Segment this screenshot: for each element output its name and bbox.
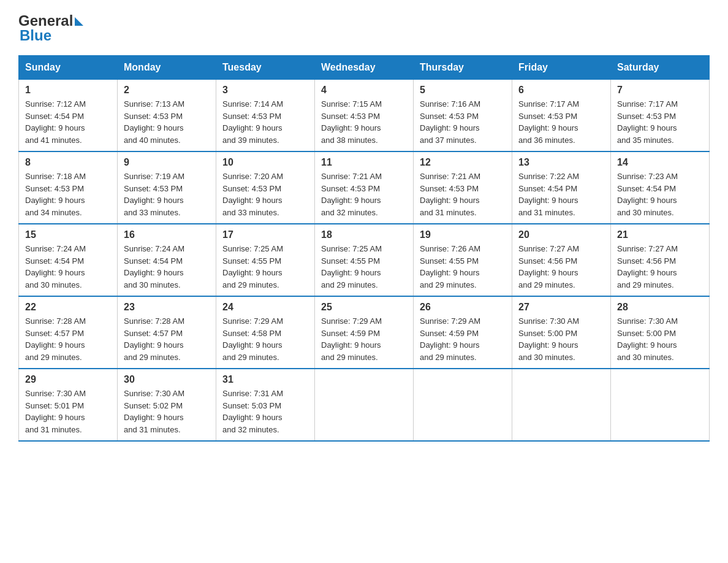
calendar-cell (414, 369, 512, 441)
day-number: 7 (617, 85, 703, 96)
day-number: 15 (25, 229, 111, 240)
calendar-cell: 23 Sunrise: 7:28 AMSunset: 4:57 PMDaylig… (118, 296, 216, 369)
calendar-cell: 26 Sunrise: 7:29 AMSunset: 4:59 PMDaylig… (414, 296, 512, 369)
calendar-cell: 7 Sunrise: 7:17 AMSunset: 4:53 PMDayligh… (611, 80, 710, 152)
day-info: Sunrise: 7:30 AMSunset: 5:02 PMDaylight:… (124, 389, 184, 434)
calendar-cell (611, 369, 710, 441)
calendar-table: SundayMondayTuesdayWednesdayThursdayFrid… (18, 55, 710, 442)
day-info: Sunrise: 7:15 AMSunset: 4:53 PMDaylight:… (321, 99, 382, 145)
calendar-cell: 5 Sunrise: 7:16 AMSunset: 4:53 PMDayligh… (414, 80, 512, 152)
day-number: 18 (321, 229, 407, 240)
day-info: Sunrise: 7:23 AMSunset: 4:54 PMDaylight:… (617, 172, 678, 217)
day-number: 2 (124, 85, 210, 96)
day-number: 20 (518, 229, 604, 240)
calendar-cell: 30 Sunrise: 7:30 AMSunset: 5:02 PMDaylig… (118, 369, 216, 441)
day-number: 9 (124, 157, 210, 168)
calendar-week-row: 15 Sunrise: 7:24 AMSunset: 4:54 PMDaylig… (19, 224, 710, 296)
calendar-cell: 12 Sunrise: 7:21 AMSunset: 4:53 PMDaylig… (414, 151, 512, 224)
day-number: 31 (222, 374, 308, 385)
day-number: 11 (321, 157, 407, 168)
day-info: Sunrise: 7:30 AMSunset: 5:00 PMDaylight:… (518, 316, 579, 362)
day-info: Sunrise: 7:21 AMSunset: 4:53 PMDaylight:… (420, 172, 480, 217)
day-info: Sunrise: 7:16 AMSunset: 4:53 PMDaylight:… (420, 99, 480, 145)
day-number: 4 (321, 85, 407, 96)
weekday-header-tuesday: Tuesday (216, 56, 315, 80)
day-number: 16 (124, 229, 210, 240)
day-info: Sunrise: 7:27 AMSunset: 4:56 PMDaylight:… (518, 244, 579, 289)
calendar-cell: 6 Sunrise: 7:17 AMSunset: 4:53 PMDayligh… (512, 80, 611, 152)
calendar-cell: 8 Sunrise: 7:18 AMSunset: 4:53 PMDayligh… (19, 151, 118, 224)
calendar-cell: 4 Sunrise: 7:15 AMSunset: 4:53 PMDayligh… (315, 80, 414, 152)
day-number: 1 (25, 85, 111, 96)
day-number: 14 (617, 157, 703, 168)
calendar-cell: 19 Sunrise: 7:26 AMSunset: 4:55 PMDaylig… (414, 224, 512, 296)
day-info: Sunrise: 7:14 AMSunset: 4:53 PMDaylight:… (222, 99, 283, 145)
day-info: Sunrise: 7:20 AMSunset: 4:53 PMDaylight:… (222, 172, 283, 217)
calendar-cell: 11 Sunrise: 7:21 AMSunset: 4:53 PMDaylig… (315, 151, 414, 224)
day-info: Sunrise: 7:28 AMSunset: 4:57 PMDaylight:… (124, 316, 184, 362)
day-info: Sunrise: 7:21 AMSunset: 4:53 PMDaylight:… (321, 172, 382, 217)
day-number: 30 (124, 374, 210, 385)
calendar-cell: 1 Sunrise: 7:12 AMSunset: 4:54 PMDayligh… (19, 80, 118, 152)
day-number: 28 (617, 302, 703, 313)
day-info: Sunrise: 7:28 AMSunset: 4:57 PMDaylight:… (25, 316, 86, 362)
weekday-header-wednesday: Wednesday (315, 56, 414, 80)
day-info: Sunrise: 7:24 AMSunset: 4:54 PMDaylight:… (124, 244, 184, 289)
day-info: Sunrise: 7:17 AMSunset: 4:53 PMDaylight:… (617, 99, 678, 145)
day-number: 22 (25, 302, 111, 313)
calendar-week-row: 29 Sunrise: 7:30 AMSunset: 5:01 PMDaylig… (19, 369, 710, 441)
calendar-header-row: SundayMondayTuesdayWednesdayThursdayFrid… (19, 56, 710, 80)
calendar-cell: 14 Sunrise: 7:23 AMSunset: 4:54 PMDaylig… (611, 151, 710, 224)
calendar-cell: 31 Sunrise: 7:31 AMSunset: 5:03 PMDaylig… (216, 369, 315, 441)
day-info: Sunrise: 7:26 AMSunset: 4:55 PMDaylight:… (420, 244, 480, 289)
calendar-cell: 3 Sunrise: 7:14 AMSunset: 4:53 PMDayligh… (216, 80, 315, 152)
day-number: 21 (617, 229, 703, 240)
calendar-cell: 29 Sunrise: 7:30 AMSunset: 5:01 PMDaylig… (19, 369, 118, 441)
calendar-cell: 28 Sunrise: 7:30 AMSunset: 5:00 PMDaylig… (611, 296, 710, 369)
day-number: 12 (420, 157, 506, 168)
calendar-cell: 10 Sunrise: 7:20 AMSunset: 4:53 PMDaylig… (216, 151, 315, 224)
day-number: 19 (420, 229, 506, 240)
day-info: Sunrise: 7:30 AMSunset: 5:01 PMDaylight:… (25, 389, 86, 434)
day-number: 17 (222, 229, 308, 240)
calendar-cell: 25 Sunrise: 7:29 AMSunset: 4:59 PMDaylig… (315, 296, 414, 369)
day-info: Sunrise: 7:19 AMSunset: 4:53 PMDaylight:… (124, 172, 184, 217)
calendar-cell: 13 Sunrise: 7:22 AMSunset: 4:54 PMDaylig… (512, 151, 611, 224)
day-number: 24 (222, 302, 308, 313)
logo-arrow-icon (75, 17, 83, 26)
calendar-cell: 16 Sunrise: 7:24 AMSunset: 4:54 PMDaylig… (118, 224, 216, 296)
calendar-cell (315, 369, 414, 441)
weekday-header-saturday: Saturday (611, 56, 710, 80)
day-number: 23 (124, 302, 210, 313)
weekday-header-thursday: Thursday (414, 56, 512, 80)
calendar-cell: 9 Sunrise: 7:19 AMSunset: 4:53 PMDayligh… (118, 151, 216, 224)
calendar-cell: 21 Sunrise: 7:27 AMSunset: 4:56 PMDaylig… (611, 224, 710, 296)
day-number: 8 (25, 157, 111, 168)
calendar-cell: 2 Sunrise: 7:13 AMSunset: 4:53 PMDayligh… (118, 80, 216, 152)
day-info: Sunrise: 7:25 AMSunset: 4:55 PMDaylight:… (222, 244, 283, 289)
calendar-week-row: 8 Sunrise: 7:18 AMSunset: 4:53 PMDayligh… (19, 151, 710, 224)
calendar-week-row: 1 Sunrise: 7:12 AMSunset: 4:54 PMDayligh… (19, 80, 710, 152)
page-header: General Blue (18, 12, 710, 44)
logo: General Blue (18, 12, 83, 44)
weekday-header-sunday: Sunday (19, 56, 118, 80)
logo-blue-text: Blue (20, 27, 51, 44)
day-number: 29 (25, 374, 111, 385)
day-number: 5 (420, 85, 506, 96)
day-info: Sunrise: 7:30 AMSunset: 5:00 PMDaylight:… (617, 316, 678, 362)
calendar-cell: 15 Sunrise: 7:24 AMSunset: 4:54 PMDaylig… (19, 224, 118, 296)
day-info: Sunrise: 7:18 AMSunset: 4:53 PMDaylight:… (25, 172, 86, 217)
calendar-cell: 17 Sunrise: 7:25 AMSunset: 4:55 PMDaylig… (216, 224, 315, 296)
day-number: 26 (420, 302, 506, 313)
calendar-cell: 18 Sunrise: 7:25 AMSunset: 4:55 PMDaylig… (315, 224, 414, 296)
calendar-cell (512, 369, 611, 441)
day-info: Sunrise: 7:12 AMSunset: 4:54 PMDaylight:… (25, 99, 86, 145)
day-info: Sunrise: 7:22 AMSunset: 4:54 PMDaylight:… (518, 172, 579, 217)
day-number: 10 (222, 157, 308, 168)
calendar-week-row: 22 Sunrise: 7:28 AMSunset: 4:57 PMDaylig… (19, 296, 710, 369)
day-info: Sunrise: 7:29 AMSunset: 4:59 PMDaylight:… (321, 316, 382, 362)
calendar-cell: 20 Sunrise: 7:27 AMSunset: 4:56 PMDaylig… (512, 224, 611, 296)
day-info: Sunrise: 7:25 AMSunset: 4:55 PMDaylight:… (321, 244, 382, 289)
day-info: Sunrise: 7:31 AMSunset: 5:03 PMDaylight:… (222, 389, 283, 434)
day-info: Sunrise: 7:24 AMSunset: 4:54 PMDaylight:… (25, 244, 86, 289)
